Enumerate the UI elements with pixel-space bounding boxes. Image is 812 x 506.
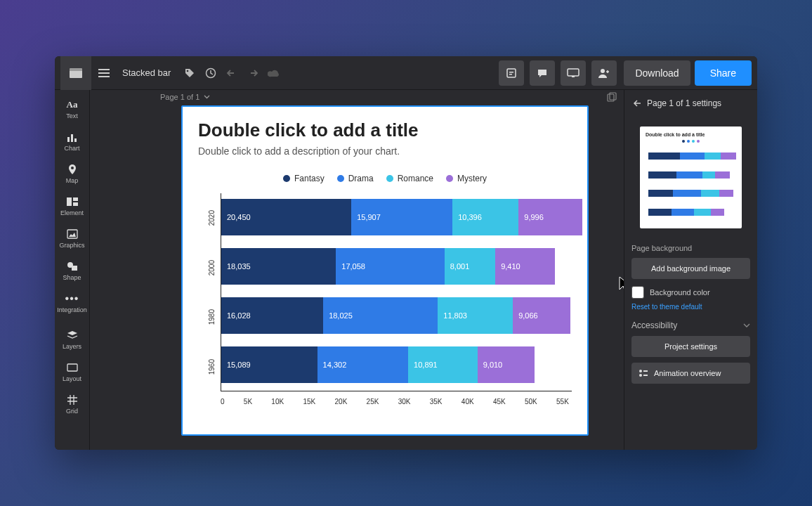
background-color-row: Background color bbox=[631, 286, 750, 299]
svg-rect-17 bbox=[67, 197, 72, 206]
chevron-down-icon bbox=[204, 95, 210, 99]
share-button[interactable]: Share bbox=[695, 60, 752, 86]
sidebar-item-shape[interactable]: Shape bbox=[55, 256, 90, 288]
document-title[interactable]: Stacked bar bbox=[122, 67, 171, 78]
bar-segment: 15,089 bbox=[221, 346, 317, 383]
element-icon bbox=[66, 195, 79, 208]
canvas-wrap: Double click to add a title Double click… bbox=[90, 104, 624, 450]
topbar: Stacked bar Download Share bbox=[55, 56, 757, 90]
comment-icon bbox=[537, 67, 548, 79]
x-tick: 25K bbox=[367, 398, 379, 406]
reset-theme-link[interactable]: Reset to theme default bbox=[631, 303, 750, 311]
undo-button[interactable] bbox=[221, 63, 242, 84]
sidebar-item-graphics[interactable]: Graphics bbox=[55, 223, 90, 256]
x-tick: 45K bbox=[493, 398, 506, 406]
bar-segment: 9,066 bbox=[513, 297, 570, 334]
chart-description[interactable]: Double click to add a description of you… bbox=[198, 145, 572, 157]
legend-swatch bbox=[386, 175, 393, 182]
project-settings-button[interactable]: Project settings bbox=[631, 336, 750, 357]
undo-icon bbox=[226, 69, 237, 77]
x-tick: 55K bbox=[556, 398, 569, 406]
cloud-button[interactable] bbox=[263, 63, 284, 84]
back-arrow-icon bbox=[633, 100, 641, 107]
legend-swatch bbox=[446, 175, 453, 182]
sidebar-item-text[interactable]: Aa Text bbox=[55, 94, 90, 126]
present-icon bbox=[567, 68, 579, 78]
sidebar-item-label: Text bbox=[66, 112, 78, 119]
x-tick: 0 bbox=[221, 398, 225, 406]
chart-y-axis: 2020200019801960 bbox=[208, 193, 216, 391]
sidebar-item-layout[interactable]: Layout bbox=[55, 357, 90, 389]
svg-rect-4 bbox=[98, 76, 110, 77]
sidebar-item-chart[interactable]: Chart bbox=[55, 126, 90, 159]
animation-icon bbox=[639, 369, 648, 377]
history-button[interactable] bbox=[200, 63, 221, 84]
copy-icon bbox=[607, 92, 617, 102]
comment-button[interactable] bbox=[530, 60, 555, 86]
background-color-label: Background color bbox=[650, 288, 710, 297]
svg-point-28 bbox=[639, 374, 642, 377]
left-sidebar: Aa Text Chart Map Element Graphics Sh bbox=[55, 90, 90, 450]
page-selector[interactable]: Page 1 of 1 bbox=[160, 93, 210, 101]
page-canvas[interactable]: Double click to add a title Double click… bbox=[181, 105, 589, 436]
sidebar-item-label: Graphics bbox=[59, 242, 84, 249]
sidebar-item-grid[interactable]: Grid bbox=[55, 389, 90, 422]
redo-button[interactable] bbox=[242, 63, 263, 84]
present-button[interactable] bbox=[561, 60, 586, 86]
page-thumbnail[interactable]: Double click to add a title bbox=[640, 126, 742, 228]
chart-area[interactable]: 2020200019801960 20,45015,90710,3969,996… bbox=[198, 193, 572, 411]
svg-rect-19 bbox=[73, 202, 78, 206]
accessibility-accordion[interactable]: Accessibility bbox=[631, 320, 750, 330]
x-tick: 20K bbox=[335, 398, 348, 406]
notes-icon bbox=[506, 67, 517, 79]
person-add-icon bbox=[598, 67, 610, 79]
sidebar-item-integration[interactable]: ••• Integration bbox=[55, 288, 90, 320]
main-row: Aa Text Chart Map Element Graphics Sh bbox=[55, 90, 757, 450]
chart-title[interactable]: Double click to add a title bbox=[198, 119, 572, 141]
y-tick: 2020 bbox=[208, 210, 216, 226]
add-background-image-button[interactable]: Add background image bbox=[631, 258, 750, 279]
hamburger-menu-button[interactable] bbox=[91, 69, 117, 77]
bar-segment: 20,450 bbox=[221, 199, 351, 235]
sidebar-item-map[interactable]: Map bbox=[55, 159, 90, 191]
layout-icon bbox=[66, 361, 79, 374]
bar-segment: 17,058 bbox=[336, 248, 444, 285]
sidebar-item-label: Layers bbox=[63, 343, 81, 350]
svg-rect-18 bbox=[73, 197, 78, 201]
redo-icon bbox=[247, 69, 258, 77]
app-window: Stacked bar Download Share bbox=[55, 56, 757, 450]
legend-label: Fantasy bbox=[294, 174, 325, 183]
bar-segment: 8,001 bbox=[445, 248, 495, 285]
x-tick: 35K bbox=[430, 398, 443, 406]
duplicate-page-button[interactable] bbox=[607, 92, 617, 102]
tag-button[interactable] bbox=[179, 63, 200, 84]
bar-segment: 10,891 bbox=[408, 346, 478, 383]
notes-button[interactable] bbox=[499, 60, 524, 86]
svg-rect-7 bbox=[507, 69, 516, 77]
svg-rect-22 bbox=[72, 266, 77, 271]
home-icon bbox=[70, 68, 82, 78]
collaborators-button[interactable] bbox=[591, 60, 617, 86]
download-button[interactable]: Download bbox=[624, 60, 690, 86]
svg-rect-15 bbox=[74, 138, 77, 142]
clock-icon bbox=[205, 67, 216, 79]
x-tick: 15K bbox=[303, 398, 315, 406]
grid-icon bbox=[66, 394, 79, 406]
home-button[interactable] bbox=[60, 56, 91, 90]
bar-segment: 9,010 bbox=[478, 346, 535, 383]
chart-legend: FantasyDramaRomanceMystery bbox=[198, 174, 572, 183]
sidebar-item-element[interactable]: Element bbox=[55, 191, 90, 223]
legend-swatch bbox=[337, 175, 344, 182]
page-thumbnail-box: Double click to add a title bbox=[631, 118, 750, 237]
svg-rect-8 bbox=[509, 72, 513, 73]
animation-overview-button[interactable]: Animation overview bbox=[631, 363, 750, 384]
sidebar-item-label: Grid bbox=[66, 408, 78, 415]
chevron-down-icon bbox=[743, 323, 750, 327]
sidebar-item-layers[interactable]: Layers bbox=[55, 325, 90, 357]
svg-rect-10 bbox=[568, 69, 579, 76]
background-color-swatch[interactable] bbox=[631, 286, 644, 299]
canvas-column: Page 1 of 1 Double click to add a title … bbox=[90, 90, 624, 450]
bar-segment: 9,996 bbox=[518, 199, 582, 235]
download-label: Download bbox=[635, 67, 679, 79]
right-panel-header[interactable]: Page 1 of 1 settings bbox=[631, 96, 750, 111]
